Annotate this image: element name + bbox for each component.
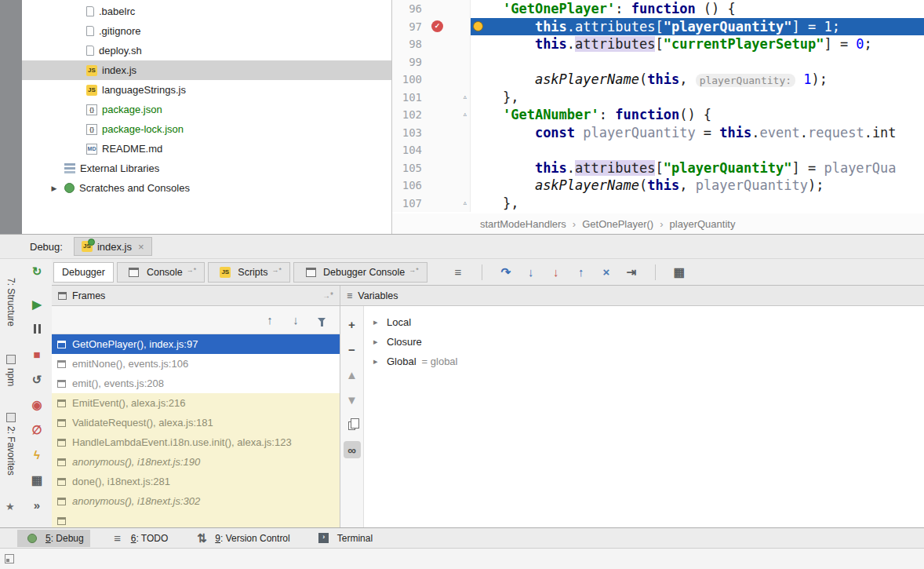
frame-row[interactable]: ValidateRequest(), alexa.js:181 bbox=[52, 413, 340, 432]
favorites-star-icon[interactable]: ★ bbox=[5, 501, 15, 512]
view-breakpoints-icon[interactable]: ◉ bbox=[28, 396, 45, 413]
frame-row[interactable]: anonymous(), i18next.js:190 bbox=[52, 452, 340, 472]
terminal-icon[interactable]: › bbox=[315, 530, 333, 547]
view-breakpoints-grid-icon[interactable]: ▦ bbox=[671, 264, 688, 281]
console-icon[interactable] bbox=[302, 264, 319, 281]
code-line[interactable]: 97✓ this.attributes["playerQuantity"] = … bbox=[392, 18, 924, 36]
layout-menu-icon[interactable]: ≡ bbox=[449, 264, 467, 281]
tree-item[interactable]: JSlanguageStrings.js bbox=[22, 80, 391, 100]
tab-scripts[interactable]: JSScripts→* bbox=[208, 262, 290, 283]
code-line[interactable]: 99 bbox=[392, 53, 924, 71]
chevron-right-icon[interactable]: ▶ bbox=[49, 184, 60, 192]
code-line[interactable]: 96 'GetOnePlayer': function () { bbox=[392, 0, 924, 18]
code-line[interactable]: 104 bbox=[392, 141, 924, 159]
step-into-icon[interactable]: ↓ bbox=[522, 264, 540, 281]
frame-row[interactable] bbox=[52, 511, 340, 527]
breadcrumb-item[interactable]: playerQuantity bbox=[670, 218, 736, 230]
filter-icon[interactable] bbox=[313, 312, 330, 329]
frame-row[interactable]: done(), i18next.js:281 bbox=[52, 472, 340, 491]
pause-icon[interactable] bbox=[28, 320, 45, 337]
move-frame-up-icon[interactable]: ↑ bbox=[261, 312, 278, 329]
tree-item[interactable]: MDREADME.md bbox=[22, 139, 391, 159]
code-line[interactable]: 106 askPlayerName(this, playerQuantity); bbox=[392, 177, 924, 195]
code-line[interactable]: 101▵ }, bbox=[392, 89, 924, 107]
force-step-into-icon[interactable]: ↓ bbox=[547, 264, 565, 281]
todo-list-icon[interactable]: ≡ bbox=[109, 530, 126, 547]
quick-evaluate-icon[interactable]: ϟ bbox=[28, 446, 45, 463]
code-line[interactable]: 102▵ 'GetANumber': function() { bbox=[392, 106, 924, 124]
move-down-icon[interactable]: ▼ bbox=[344, 391, 361, 408]
step-over-icon[interactable]: ↷ bbox=[497, 264, 515, 281]
frame-row[interactable]: EmitEvent(), alexa.js:216 bbox=[52, 393, 340, 413]
version-control-icon[interactable]: ⇅ bbox=[193, 530, 210, 547]
tree-item[interactable]: ▶Scratches and Consoles bbox=[22, 178, 391, 198]
breakpoint-icon[interactable]: ✓ bbox=[431, 20, 443, 32]
stop-icon[interactable]: ■ bbox=[28, 345, 45, 363]
frame-row[interactable]: GetOnePlayer(), index.js:97 bbox=[52, 334, 340, 354]
tree-item[interactable]: {}package.json bbox=[22, 100, 391, 119]
tree-item[interactable]: deploy.sh bbox=[22, 41, 391, 60]
run-to-cursor-icon[interactable]: ⇥ bbox=[623, 264, 640, 281]
code-editor[interactable]: 96 'GetOnePlayer': function () {97✓ this… bbox=[391, 0, 924, 213]
move-up-icon[interactable]: ▲ bbox=[344, 366, 361, 383]
copy-icon[interactable] bbox=[344, 416, 361, 433]
restore-layout-icon[interactable]: ▦ bbox=[28, 471, 45, 488]
frame-row[interactable]: anonymous(), i18next.js:302 bbox=[52, 491, 340, 511]
variable-row[interactable]: ▸Global= global bbox=[364, 352, 924, 371]
resume-icon[interactable]: ▶ bbox=[28, 295, 45, 312]
toolwindow-button-todo[interactable]: ≡6: TODO bbox=[103, 530, 175, 547]
toolwindow-button-version-control[interactable]: ⇅9: Version Control bbox=[187, 530, 296, 547]
code-line[interactable]: 103 const playerQuantity = this.event.re… bbox=[392, 124, 924, 142]
chevron-right-icon[interactable]: ▸ bbox=[373, 317, 381, 327]
frame-label: anonymous(), i18next.js:190 bbox=[72, 456, 200, 468]
variable-row[interactable]: ▸Local bbox=[364, 312, 924, 332]
code-line[interactable]: 107▵ }, bbox=[392, 195, 924, 213]
refresh-frame-icon[interactable]: ↺ bbox=[28, 370, 45, 388]
fold-marker-icon[interactable]: ▵ bbox=[462, 89, 467, 107]
show-watches-icon[interactable]: ∞ bbox=[344, 441, 361, 458]
breadcrumb-item[interactable]: GetOnePlayer() bbox=[582, 218, 653, 230]
frame-row[interactable]: HandleLambdaEvent.i18n.use.init(), alexa… bbox=[52, 432, 340, 452]
fold-marker-icon[interactable]: ▵ bbox=[462, 195, 467, 213]
add-watch-icon[interactable]: + bbox=[344, 316, 361, 333]
fold-marker-icon[interactable]: ▵ bbox=[462, 106, 467, 124]
tree-item[interactable]: .gitignore bbox=[22, 21, 391, 41]
tree-item[interactable]: External Libraries bbox=[22, 159, 391, 178]
stripe-button--favorites[interactable]: 2: Favorites bbox=[0, 413, 22, 476]
menu-icon[interactable]: ≡ bbox=[347, 290, 352, 301]
toolwindow-button-debug[interactable]: 5: Debug bbox=[17, 530, 90, 547]
tree-item[interactable]: JSindex.js bbox=[22, 60, 391, 80]
frame-row[interactable]: emit(), events.js:208 bbox=[52, 374, 340, 393]
mute-breakpoints-icon[interactable]: ∅ bbox=[28, 421, 45, 438]
frame-row[interactable]: emitNone(), events.js:106 bbox=[52, 354, 340, 374]
tree-item[interactable]: {}package-lock.json bbox=[22, 119, 391, 139]
code-line[interactable]: 98 this.attributes["currentPlayerSetup"]… bbox=[392, 35, 924, 53]
variable-row[interactable]: ▸Closure bbox=[364, 332, 924, 352]
stripe-button-npm[interactable]: npm bbox=[0, 355, 22, 386]
debug-tab-icon[interactable] bbox=[24, 530, 41, 547]
tab-console[interactable]: Console→* bbox=[117, 262, 205, 283]
tab-debugger[interactable]: Debugger bbox=[53, 262, 114, 283]
intention-bulb-icon[interactable] bbox=[473, 21, 483, 31]
breadcrumb-item[interactable]: startModeHandlers bbox=[480, 218, 566, 230]
tab-debugger-console[interactable]: Debugger Console→* bbox=[293, 262, 427, 283]
drop-frame-icon[interactable]: × bbox=[598, 264, 615, 281]
debug-session-tab[interactable]: JS index.js × bbox=[74, 237, 152, 256]
move-frame-down-icon[interactable]: ↓ bbox=[287, 312, 304, 329]
tree-item[interactable]: .babelrc bbox=[22, 2, 391, 21]
remove-watch-icon[interactable]: − bbox=[344, 341, 361, 358]
code-line[interactable]: 105 this.attributes["playerQuantity"] = … bbox=[392, 159, 924, 177]
stripe-button--structure[interactable]: 7: Structure bbox=[0, 278, 22, 326]
toolwindow-button-terminal[interactable]: ›Terminal bbox=[309, 530, 379, 547]
console-icon[interactable] bbox=[126, 264, 143, 281]
chevron-right-icon[interactable]: ▸ bbox=[373, 337, 381, 347]
js-file-icon[interactable]: JS bbox=[216, 264, 234, 281]
chevron-right-icon[interactable]: ▸ bbox=[373, 356, 381, 367]
more-options-icon[interactable]: » bbox=[28, 496, 45, 513]
close-icon[interactable]: × bbox=[138, 241, 144, 253]
code-line[interactable]: 100 askPlayerName(this, playerQuantity: … bbox=[392, 71, 924, 89]
rerun-icon[interactable]: ↻ bbox=[28, 262, 45, 279]
step-out-icon[interactable]: ↑ bbox=[573, 264, 590, 281]
toolwindow-toggle-icon[interactable] bbox=[5, 554, 14, 564]
dock-icon[interactable]: →* bbox=[322, 291, 333, 300]
